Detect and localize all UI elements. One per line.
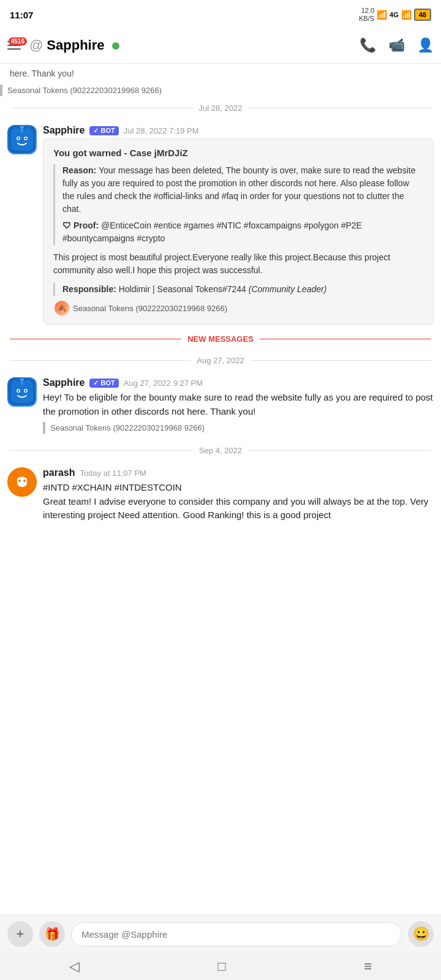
message-line1-3: #INTD #XCHAIN #INTDESTCOIN: [43, 481, 434, 495]
date-divider-aug27: Aug 27, 2022: [0, 349, 441, 372]
divider3-line-left: [10, 450, 193, 451]
gift-button[interactable]: 🎁: [39, 921, 65, 947]
divider2-line-left: [10, 360, 190, 361]
recents-button[interactable]: ≡: [364, 959, 372, 974]
message-author-2: Sapphire: [43, 377, 85, 388]
back-button[interactable]: ◁: [69, 959, 80, 974]
ref-bar-2: Seasonal Tokens (902222030219968 9266): [43, 422, 434, 434]
chat-area: here. Thank you! Seasonal Tokens (902222…: [0, 64, 441, 589]
message-content-3: parash Today at 11:07 PM #INTD #XCHAIN #…: [43, 467, 434, 522]
warning-card: You got warned - Case jMrDJiZ Reason: Yo…: [43, 138, 434, 325]
signal-bars: 📶: [377, 10, 387, 20]
svg-point-4: [18, 138, 20, 140]
svg-rect-16: [13, 380, 17, 385]
signal-bars-2: 📶: [401, 10, 412, 20]
message-header-1: Sapphire ✓ BOT Jul 28, 2022 7:19 PM: [43, 125, 434, 136]
date-divider3-label: Sep 4, 2022: [199, 446, 242, 455]
svg-point-5: [25, 138, 27, 140]
chat-header: 4516 @ Sapphire 📞 📹 👤: [0, 27, 441, 64]
battery-indicator: 48: [414, 9, 431, 21]
server-ref-text-1: Seasonal Tokens (902222030219968 9266): [73, 304, 227, 313]
svg-point-21: [18, 480, 21, 482]
warning-reason-text: Reason: Your message has been deleted, T…: [62, 164, 423, 216]
date-divider-sep4: Sep 4, 2022: [0, 439, 441, 462]
online-status-dot: [112, 42, 119, 50]
date-divider-label: Jul 28, 2022: [199, 104, 243, 113]
message-content-2: Sapphire ✓ BOT Aug 27, 2022 9:27 PM Hey!…: [43, 377, 434, 434]
message-author-3: parash: [43, 467, 75, 478]
parash-avatar: [7, 467, 37, 497]
message-header-3: parash Today at 11:07 PM: [43, 467, 434, 478]
responsible-label: Responsible:: [62, 284, 116, 294]
new-divider-line-left: [10, 339, 181, 339]
time-display: 11:07: [10, 10, 33, 20]
new-messages-label: NEW MESSAGES: [187, 334, 254, 344]
profile-icon[interactable]: 👤: [417, 37, 434, 53]
status-time: 11:07: [10, 10, 33, 20]
new-divider-line-right: [260, 339, 431, 339]
emoji-button[interactable]: 😀: [408, 921, 434, 947]
video-call-icon[interactable]: 📹: [388, 37, 405, 53]
warning-responsible: Responsible: Holdimir | Seasonal Tokens#…: [53, 283, 423, 296]
old-snippet-text: here. Thank you!: [10, 69, 74, 78]
status-right: 12.0KB/S 📶 4G 📶 48: [359, 7, 431, 23]
network-speed: 12.0KB/S: [359, 7, 374, 23]
message-text-2: Hey! To be eligible for the bounty make …: [43, 391, 434, 418]
message-time-1: Jul 28, 2022 7:19 PM: [124, 126, 199, 135]
message-input-bar: + 🎁 😀: [0, 914, 441, 953]
responsible-name: Holdimir | Seasonal Tokens#7244: [119, 284, 246, 294]
warning-reason-block: Reason: Your message has been deleted, T…: [53, 164, 423, 245]
add-attachment-button[interactable]: +: [7, 921, 33, 947]
server-ref-text-2: Seasonal Tokens (902222030219968 9266): [50, 423, 205, 432]
message-text-3: Great team! I advise everyone to conside…: [43, 495, 434, 522]
svg-point-22: [23, 480, 26, 482]
message-row-3: parash Today at 11:07 PM #INTD #XCHAIN #…: [0, 462, 441, 527]
menu-button[interactable]: 4516: [7, 41, 21, 50]
svg-rect-17: [27, 380, 31, 385]
proof-label: 🛡 Proof:: [62, 221, 99, 230]
status-bar: 11:07 12.0KB/S 📶 4G 📶 48: [0, 0, 441, 27]
message-row-1: Sapphire ✓ BOT Jul 28, 2022 7:19 PM You …: [0, 120, 441, 330]
proof-text: @EnticeCoin #entice #games #NTIC #foxcam…: [62, 221, 362, 243]
sapphire-avatar-2: [7, 377, 37, 407]
new-messages-divider: NEW MESSAGES: [0, 330, 441, 349]
divider2-line-right: [251, 360, 431, 361]
message-header-2: Sapphire ✓ BOT Aug 27, 2022 9:27 PM: [43, 377, 434, 388]
warning-body-text: This project is most beautiful project.E…: [53, 251, 423, 277]
old-message-snippet: here. Thank you!: [0, 64, 441, 81]
chat-title: Sapphire: [47, 37, 360, 53]
network-type: 4G: [390, 11, 399, 18]
reason-label: Reason:: [62, 165, 96, 175]
date-divider2-label: Aug 27, 2022: [197, 356, 244, 365]
responsible-role: (Community Leader): [249, 284, 327, 294]
message-row-2: Sapphire ✓ BOT Aug 27, 2022 9:27 PM Hey!…: [0, 372, 441, 439]
divider3-line-right: [248, 450, 431, 451]
svg-point-15: [25, 390, 27, 392]
svg-rect-6: [13, 127, 17, 132]
warning-proof: 🛡 Proof: @EnticeCoin #entice #games #NTI…: [62, 219, 423, 245]
sapphire-avatar-1: [7, 125, 37, 154]
message-author-1: Sapphire: [43, 125, 85, 136]
notification-badge: 4516: [9, 37, 27, 45]
divider-line-right: [248, 108, 431, 108]
nav-bar: ◁ □ ≡: [0, 953, 441, 980]
old-ref-bar: Seasonal Tokens (902222030219968 9266): [0, 85, 441, 96]
server-ref-1: 🍂 Seasonal Tokens (902222030219968 9266): [53, 301, 423, 315]
reason-text: Your message has been deleted, The bount…: [62, 165, 415, 214]
server-icon-1: 🍂: [55, 301, 69, 315]
message-hashtags-3: #INTD #XCHAIN #INTDESTCOIN: [43, 482, 182, 492]
message-input[interactable]: [71, 922, 402, 946]
bot-badge-2: ✓ BOT: [89, 379, 118, 388]
divider-line-left: [10, 108, 193, 108]
message-content-1: Sapphire ✓ BOT Jul 28, 2022 7:19 PM You …: [43, 125, 434, 325]
svg-point-14: [18, 390, 20, 392]
header-action-icons: 📞 📹 👤: [360, 37, 434, 53]
home-button[interactable]: □: [217, 959, 225, 974]
message-time-2: Aug 27, 2022 9:27 PM: [124, 379, 203, 388]
at-symbol: @: [29, 37, 43, 53]
message-time-3: Today at 11:07 PM: [80, 469, 146, 478]
voice-call-icon[interactable]: 📞: [360, 37, 376, 53]
old-server-ref-text: Seasonal Tokens (902222030219968 9266): [7, 86, 162, 95]
bot-badge-1: ✓ BOT: [89, 126, 118, 135]
date-divider-jul28: Jul 28, 2022: [0, 96, 441, 120]
